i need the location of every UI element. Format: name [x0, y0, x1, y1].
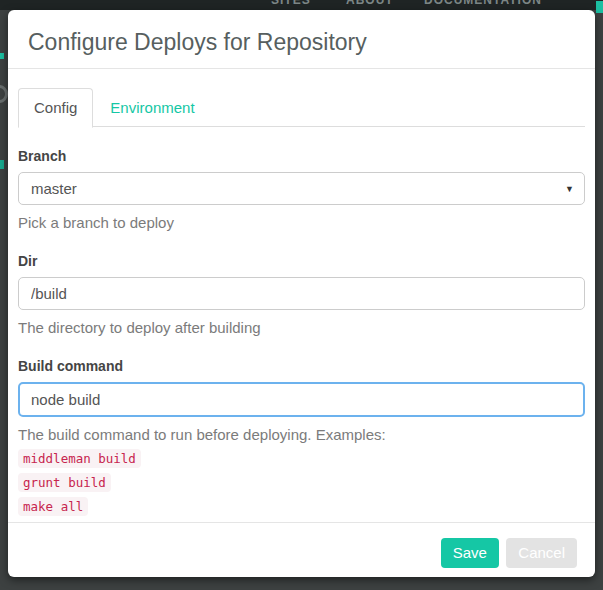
cancel-button[interactable]: Cancel: [506, 538, 577, 568]
build-command-help-text: The build command to run before deployin…: [18, 425, 585, 444]
background-fragment: [0, 85, 8, 103]
tab-environment[interactable]: Environment: [93, 89, 211, 127]
example-command-line: grunt build: [18, 473, 585, 492]
tab-config[interactable]: Config: [18, 88, 93, 128]
example-command-middleman: middleman build: [18, 449, 141, 468]
modal-header: Configure Deploys for Repository: [8, 10, 595, 69]
branch-select-value: master: [31, 180, 77, 197]
branch-help-text: Pick a branch to deploy: [18, 213, 585, 232]
background-fragment: [0, 160, 4, 169]
navbar-item-sites: SITES: [271, 0, 311, 7]
background-fragment: [0, 53, 4, 59]
branch-select[interactable]: master ▼: [18, 172, 585, 205]
tab-bar: ConfigEnvironment: [18, 88, 585, 127]
modal-title: Configure Deploys for Repository: [28, 29, 575, 55]
example-command-line: make all: [18, 497, 585, 516]
dir-label: Dir: [18, 253, 585, 269]
modal-footer: Save Cancel: [8, 522, 595, 577]
caret-down-icon: ▼: [565, 184, 574, 194]
branch-field-group: Branch master ▼ Pick a branch to deploy: [18, 148, 585, 232]
background-navbar: SITES ABOUT DOCUMENTATION: [0, 0, 603, 10]
example-command-grunt: grunt build: [18, 473, 111, 492]
dir-help-text: The directory to deploy after building: [18, 318, 585, 337]
example-command-line: middleman build: [18, 449, 585, 468]
dir-field-group: Dir The directory to deploy after buildi…: [18, 253, 585, 337]
background-fragment: [596, 1, 603, 13]
build-command-field-group: Build command The build command to run b…: [18, 358, 585, 516]
build-command-label: Build command: [18, 358, 585, 374]
modal-body: ConfigEnvironment Branch master ▼ Pick a…: [8, 69, 595, 522]
navbar-item-documentation: DOCUMENTATION: [424, 0, 542, 7]
navbar-item-about: ABOUT: [346, 0, 394, 7]
save-button[interactable]: Save: [441, 538, 499, 568]
build-command-input[interactable]: [18, 382, 585, 417]
branch-label: Branch: [18, 148, 585, 164]
example-command-make: make all: [18, 497, 88, 516]
dir-input[interactable]: [18, 277, 585, 310]
configure-deploys-modal: Configure Deploys for Repository ConfigE…: [8, 10, 595, 577]
